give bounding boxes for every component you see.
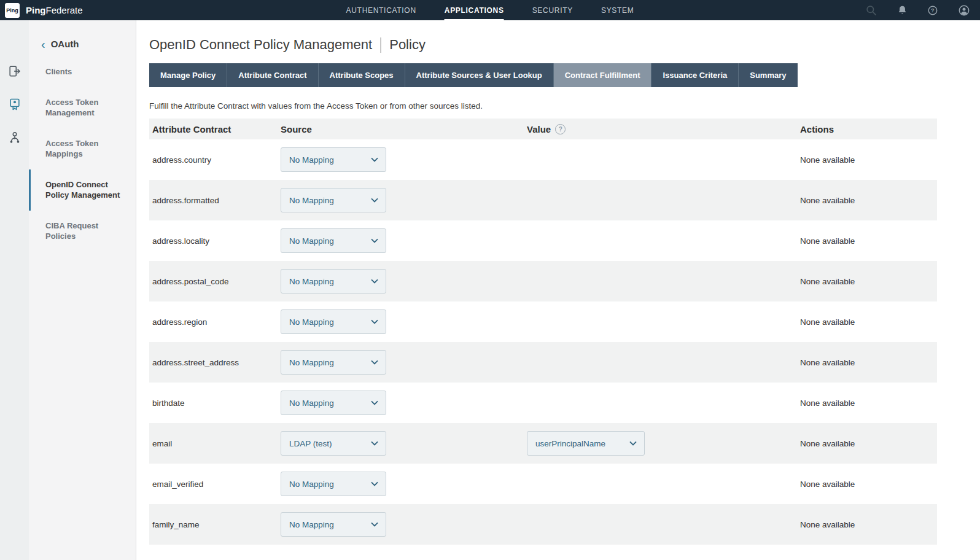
product-name: PingFederate (26, 5, 83, 15)
source-dropdown-value: No Mapping (289, 277, 334, 286)
actions-text: None available (800, 277, 937, 286)
table-row: email_verifiedNo MappingNone available (149, 464, 937, 504)
fulfillment-table: Attribute ContractSourceValue?Actions ad… (149, 119, 937, 545)
actions-text: None available (800, 480, 937, 489)
table-row: birthdateNo MappingNone available (149, 383, 937, 423)
sidebar: ‹ OAuth ClientsAccess Token ManagementAc… (29, 20, 136, 560)
source-dropdown[interactable]: No Mapping (281, 512, 386, 537)
source-dropdown[interactable]: No Mapping (281, 309, 386, 334)
source-dropdown[interactable]: No Mapping (281, 391, 386, 415)
sidebar-back-oauth[interactable]: ‹ OAuth (29, 20, 136, 56)
attribute-name: family_name (149, 520, 281, 529)
source-dropdown[interactable]: No Mapping (281, 472, 386, 496)
top-nav: AUTHENTICATIONAPPLICATIONSSECURITYSYSTEM (346, 0, 634, 20)
actions-text: None available (800, 439, 937, 448)
table-body: address.countryNo MappingNone availablea… (149, 139, 937, 545)
actions-text: None available (800, 155, 937, 165)
attribute-name: email (149, 439, 281, 448)
table-row: address.regionNo MappingNone available (149, 301, 937, 342)
tab-manage-policy[interactable]: Manage Policy (149, 63, 227, 87)
actions-text: None available (800, 236, 937, 246)
column-header-value: Value? (527, 124, 800, 134)
help-icon[interactable]: ? (927, 5, 938, 16)
attribute-name: address.formatted (149, 196, 281, 205)
value-dropdown-value: userPrincipalName (535, 439, 605, 448)
column-header-actions: Actions (800, 124, 937, 134)
source-dropdown-value: No Mapping (289, 399, 334, 408)
table-row: address.formattedNo MappingNone availabl… (149, 180, 937, 220)
page-subtitle-text: Policy (389, 37, 426, 53)
notifications-icon[interactable] (897, 5, 908, 15)
column-header-attribute-contract: Attribute Contract (149, 124, 281, 134)
source-dropdown-value: No Mapping (289, 358, 334, 367)
tab-bar: Manage PolicyAttribute ContractAttribute… (149, 63, 937, 87)
nav-applications[interactable]: APPLICATIONS (445, 0, 504, 20)
actions-text: None available (800, 358, 937, 367)
value-dropdown[interactable]: userPrincipalName (527, 431, 645, 456)
main-content: OpenID Connect Policy Management Policy … (136, 20, 980, 560)
actions-text: None available (800, 196, 937, 205)
ping-logo-icon: Ping (5, 3, 20, 18)
table-row: address.postal_codeNo MappingNone availa… (149, 261, 937, 301)
sidebar-item-openid-connect-policy-management[interactable]: OpenID Connect Policy Management (29, 169, 136, 211)
sidebar-section-label: OAuth (51, 39, 79, 49)
svg-text:?: ? (931, 7, 934, 14)
tab-attribute-sources-user-lookup[interactable]: Attribute Sources & User Lookup (405, 63, 554, 87)
source-dropdown-value: No Mapping (289, 520, 334, 529)
sign-on-icon[interactable] (8, 64, 21, 78)
nav-security[interactable]: SECURITY (532, 0, 573, 20)
tab-issuance-criteria[interactable]: Issuance Criteria (651, 63, 739, 87)
attribute-name: email_verified (149, 480, 281, 489)
value-help-icon[interactable]: ? (555, 124, 566, 134)
sidebar-item-access-token-mappings[interactable]: Access Token Mappings (29, 128, 136, 169)
attribute-name: address.street_address (149, 358, 281, 367)
page-title: OpenID Connect Policy Management Policy (149, 37, 937, 53)
table-row: emailLDAP (test)userPrincipalNameNone av… (149, 423, 937, 464)
attribute-name: address.postal_code (149, 277, 281, 286)
table-row: address.street_addressNo MappingNone ava… (149, 342, 937, 383)
actions-text: None available (800, 520, 937, 529)
attribute-name: address.region (149, 317, 281, 327)
account-icon[interactable] (958, 4, 970, 17)
title-divider (380, 37, 381, 53)
tab-attribute-scopes[interactable]: Attribute Scopes (319, 63, 405, 87)
oauth-badge-icon[interactable] (8, 98, 21, 111)
table-row: family_nameNo MappingNone available (149, 504, 937, 545)
source-dropdown-value: No Mapping (289, 317, 334, 327)
tab-contract-fulfillment[interactable]: Contract Fulfillment (554, 63, 652, 87)
actions-text: None available (800, 399, 937, 408)
sidebar-item-clients[interactable]: Clients (29, 56, 136, 87)
source-dropdown-value: No Mapping (289, 196, 334, 205)
actions-text: None available (800, 317, 937, 327)
search-icon[interactable] (865, 4, 877, 17)
source-dropdown-value: LDAP (test) (289, 439, 332, 448)
source-dropdown[interactable]: No Mapping (281, 228, 386, 253)
source-dropdown[interactable]: LDAP (test) (281, 431, 386, 456)
brand: Ping PingFederate (5, 3, 83, 18)
nav-system[interactable]: SYSTEM (601, 0, 634, 20)
attribute-name: address.locality (149, 236, 281, 246)
source-dropdown-value: No Mapping (289, 236, 334, 246)
chevron-left-icon: ‹ (41, 40, 45, 49)
source-dropdown-value: No Mapping (289, 480, 334, 489)
source-dropdown[interactable]: No Mapping (281, 350, 386, 375)
attribute-name: birthdate (149, 399, 281, 408)
source-dropdown[interactable]: No Mapping (281, 269, 386, 294)
attribute-name: address.country (149, 155, 281, 165)
tab-summary[interactable]: Summary (739, 63, 797, 87)
grants-icon[interactable] (8, 131, 21, 144)
table-row: address.localityNo MappingNone available (149, 220, 937, 261)
top-icons: ? (865, 4, 970, 17)
source-dropdown[interactable]: No Mapping (281, 188, 386, 212)
source-dropdown[interactable]: No Mapping (281, 147, 386, 172)
table-header-row: Attribute ContractSourceValue?Actions (149, 119, 937, 139)
tab-attribute-contract[interactable]: Attribute Contract (227, 63, 318, 87)
sidebar-item-access-token-management[interactable]: Access Token Management (29, 87, 136, 128)
sidebar-nav: ClientsAccess Token ManagementAccess Tok… (29, 56, 136, 252)
icon-rail (0, 20, 29, 560)
page-title-text: OpenID Connect Policy Management (149, 37, 372, 53)
nav-authentication[interactable]: AUTHENTICATION (346, 0, 416, 20)
table-row: address.countryNo MappingNone available (149, 139, 937, 180)
column-header-source: Source (281, 124, 527, 134)
sidebar-item-ciba-request-policies[interactable]: CIBA Request Policies (29, 211, 136, 252)
